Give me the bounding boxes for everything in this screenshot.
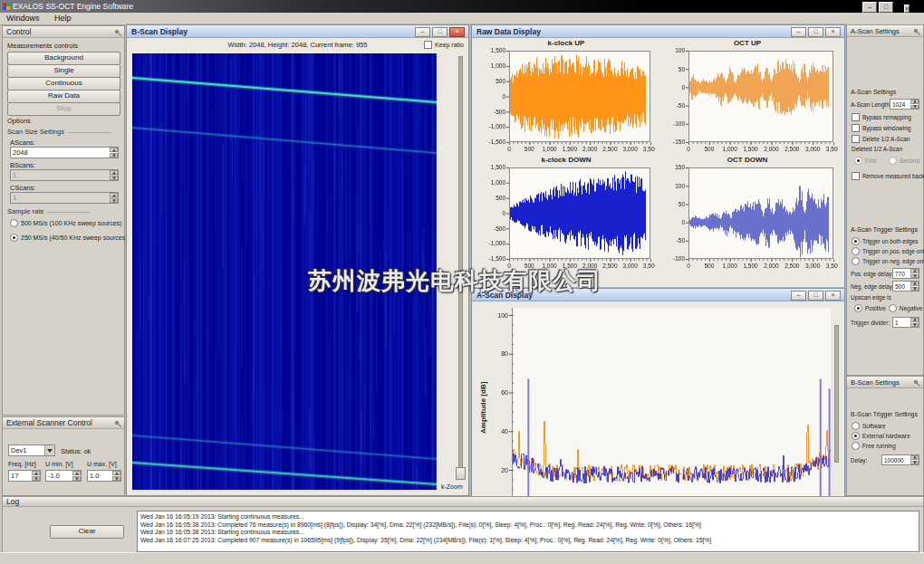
umax-spinner[interactable] <box>112 471 120 481</box>
chevron-down-icon[interactable] <box>44 445 54 455</box>
ascan-close-button[interactable]: × <box>825 291 841 301</box>
control-panel: Control Measurements controls Background… <box>2 25 125 416</box>
free-running-option[interactable]: Free running <box>852 442 896 450</box>
pin-icon[interactable] <box>913 378 920 390</box>
raw-close-button[interactable]: × <box>825 27 841 37</box>
first-option[interactable]: First <box>854 157 877 165</box>
bscan-minimize-button[interactable]: – <box>415 27 430 37</box>
positive-option[interactable]: Positive <box>854 304 886 312</box>
rate-500-option[interactable]: 500 MS/s (100 KHz sweep sources) <box>10 219 122 227</box>
raw-data-window-titlebar: Raw Data Display <box>472 25 844 38</box>
trigger-both-option[interactable]: Trigger on both edges <box>852 237 918 245</box>
minimize-button[interactable]: – <box>862 2 877 13</box>
freq-spinner[interactable] <box>32 471 40 481</box>
kclock-up-plot <box>477 48 655 155</box>
menu-help[interactable]: Help <box>48 13 78 24</box>
raw-data-button[interactable]: Raw Data <box>7 90 120 103</box>
ascan-maximize-button[interactable]: □ <box>808 291 823 301</box>
menu-windows[interactable]: Windows <box>0 13 46 24</box>
close-button[interactable]: × <box>904 5 910 13</box>
cscans-input[interactable] <box>10 192 119 204</box>
pos-delay-spinner[interactable] <box>910 269 919 278</box>
bscans-spinner[interactable] <box>110 170 118 180</box>
oct-down-title: OCT DOWN <box>657 156 838 164</box>
raw-maximize-button[interactable]: □ <box>808 27 823 37</box>
external-hardware-radio[interactable] <box>852 432 860 440</box>
umin-spinner[interactable] <box>72 471 81 481</box>
log-text-area[interactable]: Wed Jan 16 16:05:19 2013: Starting conti… <box>137 511 919 552</box>
measurements-label: Measurements controls <box>7 42 78 50</box>
watermark-text: 苏州波弗光电科技有限公司 <box>308 265 598 297</box>
umin-field-wrap <box>45 470 82 482</box>
pin-icon[interactable] <box>114 28 121 40</box>
keep-ratio-checkbox[interactable] <box>424 41 432 49</box>
negative-option[interactable]: Negative <box>889 304 923 312</box>
remove-background-option[interactable]: Remove measured background <box>852 172 924 180</box>
negative-radio[interactable] <box>889 304 897 312</box>
ascan-settings-header: A-Scan Settings <box>847 25 923 37</box>
log-panel-header: Log <box>3 497 923 507</box>
application-window: EXALOS SS-OCT Engine Software – □ × Wind… <box>0 0 924 564</box>
ascan-trigger-group-label: A-Scan Trigger Settings <box>851 226 918 233</box>
trigger-pos-option[interactable]: Trigger on pos. edge only <box>852 247 924 255</box>
rate-250-option[interactable]: 250 MS/s (40/50 KHz sweep sources) <box>10 234 128 242</box>
bypass-remapping-option[interactable]: Bypass remapping <box>852 113 911 121</box>
trigger-neg-option[interactable]: Trigger on neg. edge only <box>852 257 924 265</box>
bscan-trigger-group-label: B-Scan Trigger Settings <box>851 411 918 417</box>
bscan-info-text: Width: 2048, Height: 2048, Current frame… <box>127 41 468 49</box>
log-line: Wed Jan 16 16:05:38 2013: Completed 76 m… <box>140 521 916 530</box>
pin-icon[interactable] <box>913 27 920 39</box>
raw-minimize-button[interactable]: – <box>791 27 806 37</box>
software-radio[interactable] <box>852 422 860 430</box>
free-running-radio[interactable] <box>852 442 860 450</box>
positive-radio[interactable] <box>854 304 862 312</box>
keep-ratio-option[interactable]: Keep ratio <box>424 41 464 49</box>
freq-label: Freq. [Hz] <box>8 461 36 467</box>
ascan-minimize-button[interactable]: – <box>791 291 806 301</box>
trigger-both-radio[interactable] <box>852 237 860 245</box>
ascan-scroll-track[interactable] <box>834 325 839 463</box>
scanner-status: Status: ok <box>61 447 91 455</box>
bscan-maximize-button[interactable]: □ <box>432 27 448 37</box>
continuous-button[interactable]: Continuous <box>7 77 120 91</box>
pin-icon[interactable] <box>114 419 121 431</box>
bscans-input[interactable] <box>10 169 119 181</box>
first-radio[interactable] <box>854 157 862 165</box>
bscan-close-button[interactable]: × <box>449 27 465 37</box>
divider-wrap <box>892 317 919 328</box>
trigger-neg-radio[interactable] <box>852 257 860 265</box>
bypass-windowing-checkbox[interactable] <box>852 124 860 132</box>
clear-button[interactable]: Clear <box>50 525 124 539</box>
background-button[interactable]: Background <box>7 52 120 65</box>
bypass-windowing-option[interactable]: Bypass windowing <box>852 124 910 132</box>
trigger-pos-radio[interactable] <box>852 247 860 255</box>
single-button[interactable]: Single <box>7 64 120 78</box>
ascan-length-spinner[interactable] <box>910 100 919 109</box>
ascans-input[interactable] <box>10 147 119 158</box>
divider-label: Trigger divider: <box>851 320 890 326</box>
delete-half-ascan-checkbox[interactable] <box>852 135 860 143</box>
ascans-label: AScans: <box>10 139 35 147</box>
device-dropdown[interactable]: Dev1 <box>8 445 55 456</box>
delay-spinner[interactable] <box>910 455 919 464</box>
remove-background-checkbox[interactable] <box>852 172 860 180</box>
external-hardware-option[interactable]: External hardware <box>852 432 910 440</box>
second-option[interactable]: Second <box>889 157 919 165</box>
pos-delay-wrap <box>892 268 919 279</box>
ascans-spinner[interactable] <box>110 148 118 158</box>
cscans-spinner[interactable] <box>110 193 118 203</box>
bypass-remapping-checkbox[interactable] <box>852 113 860 121</box>
log-line: Wed Jan 16 16:07:25 2013: Completed 907 … <box>140 537 916 545</box>
delete-half-ascan-option[interactable]: Delete 1/2 A-Scan <box>852 135 910 143</box>
second-radio[interactable] <box>889 157 897 165</box>
ascan-settings-panel: A-Scan Settings A-Scan Settings A-Scan L… <box>846 24 924 376</box>
rate-250-radio[interactable] <box>10 234 18 242</box>
maximize-button[interactable]: □ <box>879 2 893 13</box>
neg-delay-spinner[interactable] <box>910 282 919 291</box>
divider-spinner[interactable] <box>910 318 919 327</box>
bscan-zoom-slider-handle[interactable] <box>456 467 466 480</box>
stop-button[interactable]: Stop <box>7 102 120 116</box>
window-title: EXALOS SS-OCT Engine Software <box>13 0 133 13</box>
rate-500-radio[interactable] <box>10 219 18 227</box>
software-option[interactable]: Software <box>852 422 886 430</box>
